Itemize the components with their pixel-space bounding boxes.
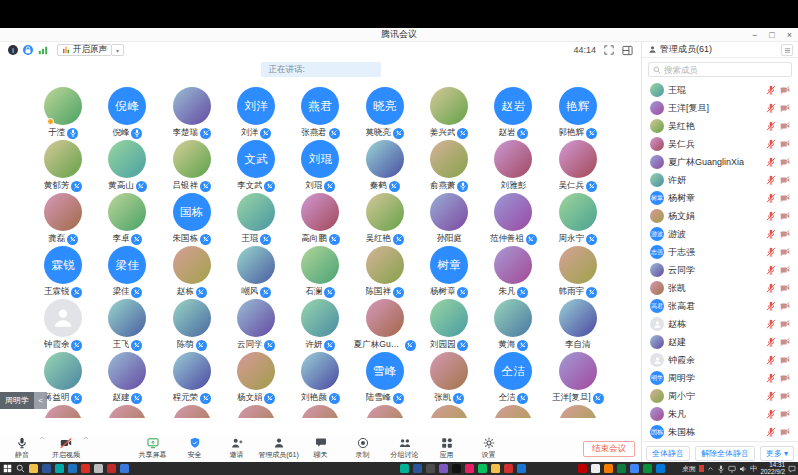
participant-tile[interactable]: 秦鹤 xyxy=(353,139,417,192)
participant-tile[interactable]: 云同学 xyxy=(224,298,288,351)
taskbar-app-icon[interactable] xyxy=(452,464,461,473)
participant-tile[interactable]: 陈国祥 xyxy=(353,245,417,298)
participant-tile[interactable]: 石澜 xyxy=(288,245,352,298)
action-center-icon[interactable] xyxy=(788,465,796,473)
taskbar-app-icon[interactable] xyxy=(478,464,487,473)
participant-tile[interactable] xyxy=(224,404,288,418)
desktop-toolbar-label[interactable]: 桌面 xyxy=(682,464,696,474)
participant-tile[interactable]: 黄郁芳 xyxy=(31,139,95,192)
member-row[interactable]: 周小宁 xyxy=(642,387,798,405)
toolbar-item-record[interactable]: 录制 xyxy=(346,437,380,460)
participant-tile[interactable] xyxy=(288,404,352,418)
participant-tile[interactable]: 龚磊 xyxy=(31,192,95,245)
mic-off-icon[interactable] xyxy=(766,319,776,329)
collapse-button[interactable]: < xyxy=(34,392,47,409)
toolbar-item-invite[interactable]: 邀请 xyxy=(220,437,254,460)
meeting-info-icon[interactable]: i xyxy=(8,45,18,55)
mute-all-button[interactable]: 全体静音 xyxy=(646,446,690,461)
participant-tile[interactable]: 黄高山 xyxy=(95,139,159,192)
participant-tile[interactable]: 树章杨树章 xyxy=(417,245,481,298)
participant-tile[interactable] xyxy=(160,404,224,418)
mic-off-icon[interactable] xyxy=(766,103,776,113)
taskbar-search-icon[interactable] xyxy=(16,464,25,473)
camera-off-icon[interactable] xyxy=(780,337,790,347)
camera-off-icon[interactable] xyxy=(780,157,790,167)
member-row[interactable]: 王洋[复旦] xyxy=(642,99,798,117)
participant-tile[interactable]: 范仲善祖 xyxy=(481,192,545,245)
member-row[interactable]: 云同学 xyxy=(642,261,798,279)
camera-off-icon[interactable] xyxy=(780,229,790,239)
participant-tile[interactable]: 吕银祥 xyxy=(160,139,224,192)
member-search-box[interactable] xyxy=(648,62,792,77)
participant-tile[interactable]: 嘲风 xyxy=(224,245,288,298)
taskbar-app-icon[interactable] xyxy=(400,464,409,473)
camera-off-icon[interactable] xyxy=(780,247,790,257)
participant-tile[interactable]: 李卓 xyxy=(95,192,159,245)
participant-tile[interactable]: 艳辉郭艳辉 xyxy=(546,86,610,139)
camera-off-icon[interactable] xyxy=(780,283,790,293)
member-row[interactable]: 高君张高君 xyxy=(642,297,798,315)
participant-tile[interactable]: 刘园园 xyxy=(417,298,481,351)
search-input[interactable] xyxy=(664,65,787,75)
end-meeting-button[interactable]: 结束会议 xyxy=(583,441,635,457)
participant-tile[interactable]: 李楚瑞 xyxy=(160,86,224,139)
member-row[interactable]: 游波游波 xyxy=(642,225,798,243)
layout-view-icon[interactable] xyxy=(622,45,633,56)
camera-off-icon[interactable] xyxy=(780,391,790,401)
camera-off-icon[interactable] xyxy=(780,85,790,95)
camera-off-icon[interactable] xyxy=(780,427,790,437)
taskbar-app-icon[interactable] xyxy=(504,464,513,473)
participant-tile[interactable] xyxy=(95,404,159,418)
mic-off-icon[interactable] xyxy=(766,427,776,437)
camera-off-icon[interactable] xyxy=(780,355,790,365)
participant-tile[interactable]: 陈萌 xyxy=(160,298,224,351)
mic-off-icon[interactable] xyxy=(766,121,776,131)
participant-tile[interactable]: 钟霞余 xyxy=(31,298,95,351)
taskbar-app-icon[interactable] xyxy=(68,464,77,473)
participant-tile[interactable]: 俞燕萧 xyxy=(417,139,481,192)
participant-tile[interactable]: 姜兴武 xyxy=(417,86,481,139)
member-row[interactable]: 许妍 xyxy=(642,171,798,189)
participant-tile[interactable]: 王洋[复旦] xyxy=(546,351,610,404)
camera-off-icon[interactable] xyxy=(780,121,790,131)
camera-off-icon[interactable] xyxy=(780,409,790,419)
taskbar-app-icon[interactable] xyxy=(94,464,103,473)
chevron-up-icon[interactable] xyxy=(39,435,45,441)
camera-off-icon[interactable] xyxy=(780,211,790,221)
taskbar-app-icon[interactable] xyxy=(491,464,500,473)
participant-tile[interactable]: 王飞 xyxy=(95,298,159,351)
participant-tile[interactable]: 刘洋刘洋 xyxy=(224,86,288,139)
toolbar-item-share-screen[interactable]: 共享屏幕 xyxy=(136,437,170,460)
participant-tile[interactable]: 吴红艳 xyxy=(353,192,417,245)
taskbar-app-icon[interactable] xyxy=(120,464,129,473)
member-row[interactable]: 王琨 xyxy=(642,81,798,99)
taskbar-clock[interactable]: 14:31 2022/9/2 xyxy=(760,462,785,475)
camera-off-icon[interactable] xyxy=(780,301,790,311)
mic-off-icon[interactable] xyxy=(766,85,776,95)
participant-tile[interactable]: 刘艳颜 xyxy=(288,351,352,404)
taskbar-app-icon[interactable] xyxy=(413,464,422,473)
participant-tile[interactable]: 周永宁 xyxy=(546,192,610,245)
participant-tile[interactable] xyxy=(353,404,417,418)
member-row[interactable]: 明学周明学 xyxy=(642,369,798,387)
participant-tile[interactable]: 晓亮莫晓亮 xyxy=(353,86,417,139)
ime-indicator[interactable]: 中 xyxy=(750,464,758,474)
member-row[interactable]: 朱凡 xyxy=(642,405,798,423)
original-sound-button[interactable]: 开启原声 xyxy=(57,44,112,56)
toolbar-item-settings[interactable]: 设置 xyxy=(472,437,506,460)
participant-tile[interactable]: 国栋朱国栋 xyxy=(160,192,224,245)
taskbar-app-icon[interactable] xyxy=(55,464,64,473)
mic-off-icon[interactable] xyxy=(766,229,776,239)
mic-off-icon[interactable] xyxy=(766,355,776,365)
participant-tile[interactable]: 高向鹏 xyxy=(288,192,352,245)
member-row[interactable]: 树章杨树章 xyxy=(642,189,798,207)
participant-tile[interactable]: 韩雨宇 xyxy=(546,245,610,298)
participant-tile[interactable]: 刘雅彭 xyxy=(481,139,545,192)
mic-off-icon[interactable] xyxy=(766,211,776,221)
member-row[interactable]: 赵建 xyxy=(642,333,798,351)
camera-off-icon[interactable] xyxy=(780,373,790,383)
mic-off-icon[interactable] xyxy=(766,373,776,383)
original-sound-caret[interactable]: ▾ xyxy=(112,44,124,56)
taskbar-app-icon[interactable] xyxy=(465,464,474,473)
taskbar-app-icon[interactable] xyxy=(29,464,38,473)
